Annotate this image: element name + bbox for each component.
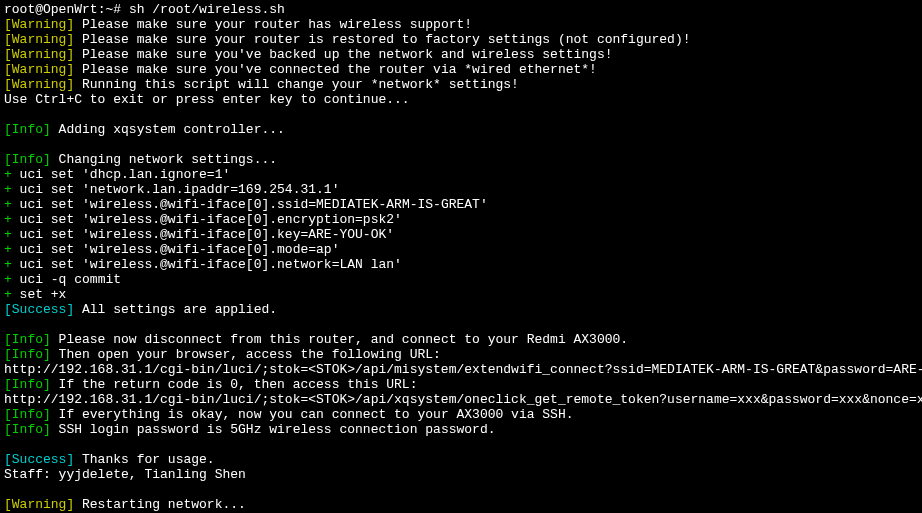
plus-sign: +	[4, 242, 12, 257]
uci-cmd: uci set 'network.lan.ipaddr=169.254.31.1…	[12, 182, 340, 197]
info-tag: [Info]	[4, 347, 51, 362]
uci-cmd: uci set 'wireless.@wifi-iface[0].encrypt…	[12, 212, 402, 227]
uci-line: + uci set 'wireless.@wifi-iface[0].encry…	[4, 212, 918, 227]
uci-cmd: uci set 'wireless.@wifi-iface[0].ssid=ME…	[12, 197, 488, 212]
info-tag: [Info]	[4, 152, 51, 167]
info-tag: [Info]	[4, 422, 51, 437]
warning-tag: [Warning]	[4, 497, 74, 512]
prompt-line: root@OpenWrt:~# sh /root/wireless.sh	[4, 2, 918, 17]
command: sh /root/wireless.sh	[129, 2, 285, 17]
plus-sign: +	[4, 272, 12, 287]
success-text: Thanks for usage.	[74, 452, 214, 467]
url-line: http://192.168.31.1/cgi-bin/luci/;stok=<…	[4, 362, 918, 377]
uci-cmd: uci set 'dhcp.lan.ignore=1'	[12, 167, 230, 182]
warning-line: [Warning] Please make sure you've backed…	[4, 47, 918, 62]
success-tag: [Success]	[4, 452, 74, 467]
command-text	[121, 2, 129, 17]
blank-line	[4, 482, 918, 497]
success-line: [Success] Thanks for usage.	[4, 452, 918, 467]
ctrl-c-text: Use Ctrl+C to exit or press enter key to…	[4, 92, 918, 107]
prompt-symbol: #	[113, 2, 121, 17]
info-text: If the return code is 0, then access thi…	[51, 377, 418, 392]
info-text: Please now disconnect from this router, …	[51, 332, 628, 347]
uci-line: + set +x	[4, 287, 918, 302]
blank-line	[4, 107, 918, 122]
info-text: Then open your browser, access the follo…	[51, 347, 441, 362]
plus-sign: +	[4, 287, 12, 302]
info-text: SSH login password is 5GHz wireless conn…	[51, 422, 496, 437]
info-tag: [Info]	[4, 407, 51, 422]
plus-sign: +	[4, 182, 12, 197]
blank-line	[4, 317, 918, 332]
warning-text: Please make sure your router has wireles…	[74, 17, 472, 32]
uci-cmd: uci set 'wireless.@wifi-iface[0].network…	[12, 257, 402, 272]
info-line: [Info] Please now disconnect from this r…	[4, 332, 918, 347]
warning-line: [Warning] Please make sure your router i…	[4, 32, 918, 47]
info-line: [Info] Adding xqsystem controller...	[4, 122, 918, 137]
uci-cmd: uci set 'wireless.@wifi-iface[0].mode=ap…	[12, 242, 340, 257]
info-text: If everything is okay, now you can conne…	[51, 407, 574, 422]
uci-line: + uci set 'wireless.@wifi-iface[0].netwo…	[4, 257, 918, 272]
uci-cmd: uci -q commit	[12, 272, 121, 287]
uci-line: + uci set 'network.lan.ipaddr=169.254.31…	[4, 182, 918, 197]
warning-text: Running this script will change your *ne…	[74, 77, 519, 92]
staff-line: Staff: yyjdelete, Tianling Shen	[4, 467, 918, 482]
success-line: [Success] All settings are applied.	[4, 302, 918, 317]
plus-sign: +	[4, 167, 12, 182]
prompt-user-host: root@OpenWrt	[4, 2, 98, 17]
plus-sign: +	[4, 227, 12, 242]
plus-sign: +	[4, 212, 12, 227]
info-text: Adding xqsystem controller...	[51, 122, 285, 137]
info-line: [Info] If the return code is 0, then acc…	[4, 377, 918, 392]
success-tag: [Success]	[4, 302, 74, 317]
uci-line: + uci set 'dhcp.lan.ignore=1'	[4, 167, 918, 182]
uci-line: + uci set 'wireless.@wifi-iface[0].key=A…	[4, 227, 918, 242]
warning-tag: [Warning]	[4, 47, 74, 62]
warning-tag: [Warning]	[4, 17, 74, 32]
warning-tag: [Warning]	[4, 77, 74, 92]
warning-line: [Warning] Please make sure you've connec…	[4, 62, 918, 77]
blank-line	[4, 137, 918, 152]
uci-line: + uci set 'wireless.@wifi-iface[0].ssid=…	[4, 197, 918, 212]
info-line: [Info] If everything is okay, now you ca…	[4, 407, 918, 422]
warning-line: [Warning] Running this script will chang…	[4, 77, 918, 92]
warning-line: [Warning] Restarting network...	[4, 497, 918, 512]
uci-line: + uci set 'wireless.@wifi-iface[0].mode=…	[4, 242, 918, 257]
info-line: [Info] SSH login password is 5GHz wirele…	[4, 422, 918, 437]
warning-text: Please make sure you've connected the ro…	[74, 62, 597, 77]
info-tag: [Info]	[4, 377, 51, 392]
uci-line: + uci -q commit	[4, 272, 918, 287]
plus-sign: +	[4, 257, 12, 272]
info-tag: [Info]	[4, 332, 51, 347]
terminal-output: root@OpenWrt:~# sh /root/wireless.sh [Wa…	[4, 2, 918, 512]
warning-text: Please make sure your router is restored…	[74, 32, 690, 47]
plus-sign: +	[4, 197, 12, 212]
warning-tag: [Warning]	[4, 62, 74, 77]
warning-text: Restarting network...	[74, 497, 246, 512]
info-text: Changing network settings...	[51, 152, 277, 167]
info-line: [Info] Then open your browser, access th…	[4, 347, 918, 362]
warning-text: Please make sure you've backed up the ne…	[74, 47, 612, 62]
info-tag: [Info]	[4, 122, 51, 137]
uci-cmd: uci set 'wireless.@wifi-iface[0].key=ARE…	[12, 227, 394, 242]
warning-tag: [Warning]	[4, 32, 74, 47]
uci-cmd: set +x	[12, 287, 67, 302]
url-line: http://192.168.31.1/cgi-bin/luci/;stok=<…	[4, 392, 918, 407]
warning-line: [Warning] Please make sure your router h…	[4, 17, 918, 32]
blank-line	[4, 437, 918, 452]
info-line: [Info] Changing network settings...	[4, 152, 918, 167]
success-text: All settings are applied.	[74, 302, 277, 317]
